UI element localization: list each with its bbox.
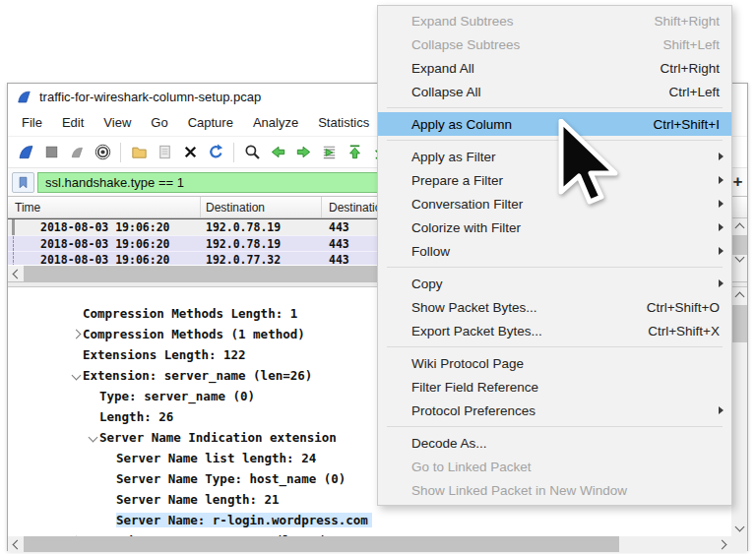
expand-arrow-icon[interactable] [69, 331, 83, 338]
menu-item-prepare-a-filter[interactable]: Prepare a Filter [378, 168, 731, 192]
scroll-right-icon[interactable] [716, 536, 731, 552]
menu-separator [387, 267, 723, 268]
menubar-item-analyze[interactable]: Analyze [243, 111, 308, 134]
start-capture-icon[interactable] [14, 141, 37, 164]
menu-item-go-to-linked-packet: Go to Linked Packet [378, 455, 731, 478]
scroll-down-icon[interactable] [731, 251, 747, 267]
tree-row-text: Server Name list length: 24 [116, 451, 320, 465]
detail-hscroll-thumb[interactable] [24, 536, 619, 552]
first-packet-icon[interactable] [343, 141, 366, 164]
menu-item-follow[interactable]: Follow [378, 239, 731, 263]
menubar-item-capture[interactable]: Capture [178, 111, 243, 134]
display-filter-value: ssl.handshake.type == 1 [45, 175, 184, 190]
capture-options-icon[interactable] [91, 141, 114, 164]
submenu-arrow-icon [719, 223, 724, 231]
tree-row-text: Server Name Type: host_name (0) [116, 471, 349, 486]
bookmark-icon [16, 175, 31, 190]
close-file-icon[interactable] [178, 141, 202, 164]
menu-item-label: Show Packet Bytes... [411, 300, 647, 315]
scroll-up-icon[interactable] [731, 218, 747, 234]
submenu-arrow-icon [719, 406, 724, 414]
detail-vscrollbar[interactable] [731, 287, 747, 536]
tree-row-text: Extensions Length: 122 [83, 347, 250, 362]
related-packet-gutter [8, 252, 20, 265]
menu-item-label: Wiki Protocol Page [411, 356, 724, 371]
mouse-cursor-icon [558, 119, 619, 208]
tree-row-text: Type: server_name (0) [99, 389, 259, 403]
menubar-item-go[interactable]: Go [141, 111, 177, 134]
menu-item-label: Filter Field Reference [411, 380, 724, 395]
context-menu: Expand SubtreesShift+RightCollapse Subtr… [377, 5, 732, 506]
reload-file-icon[interactable] [204, 141, 227, 164]
go-to-packet-icon[interactable] [317, 141, 341, 164]
menu-item-decode-as[interactable]: Decode As... [378, 431, 731, 455]
packet-time: 2018-08-03 19:06:20 [20, 253, 201, 266]
menubar-item-statistics[interactable]: Statistics [308, 111, 379, 134]
menu-item-label: Follow [411, 244, 711, 259]
tree-row[interactable]: Server Name: r-login.wordpress.com [8, 510, 747, 530]
stop-capture-icon [39, 141, 63, 164]
go-forward-icon[interactable] [291, 141, 315, 164]
menu-item-conversation-filter[interactable]: Conversation Filter [378, 192, 731, 215]
open-file-icon[interactable] [127, 141, 151, 164]
tree-row-text: Server Name Indication extension [99, 430, 341, 445]
column-header-destination[interactable]: Destination [201, 197, 322, 217]
menu-separator [387, 426, 723, 427]
menu-item-label: Collapse All [411, 85, 669, 99]
packet-destination: 192.0.78.19 [201, 220, 322, 234]
menu-item-expand-all[interactable]: Expand AllCtrl+Right [378, 56, 731, 80]
go-back-icon[interactable] [266, 141, 289, 164]
column-header-time[interactable]: Time [8, 197, 201, 217]
menubar-item-edit[interactable]: Edit [52, 111, 94, 134]
menu-item-label: Expand All [411, 61, 661, 76]
scroll-left-icon[interactable] [8, 266, 24, 281]
menu-item-colorize-with-filter[interactable]: Colorize with Filter [378, 215, 731, 239]
menu-item-label: Copy [411, 277, 711, 291]
menu-item-protocol-preferences[interactable]: Protocol Preferences [378, 399, 731, 422]
submenu-arrow-icon [719, 176, 724, 184]
submenu-arrow-icon [719, 247, 724, 255]
wireshark-logo-icon [16, 89, 32, 105]
tree-row-text: Server Name length: 21 [116, 492, 284, 507]
menu-item-apply-as-column[interactable]: Apply as ColumnCtrl+Shift+I [378, 112, 731, 136]
packet-destination: 192.0.77.32 [201, 253, 322, 266]
menu-item-apply-as-filter[interactable]: Apply as Filter [378, 145, 731, 168]
collapse-arrow-icon[interactable] [86, 434, 99, 441]
menu-item-export-packet-bytes[interactable]: Export Packet Bytes...Ctrl+Shift+X [378, 319, 731, 342]
menu-item-collapse-all[interactable]: Collapse AllCtrl+Left [378, 80, 731, 103]
screen: traffic-for-wireshark-column-setup.pcap … [0, 0, 756, 554]
scroll-up-icon[interactable] [731, 287, 747, 303]
tree-row-text: Server Name: r-login.wordpress.com [116, 513, 372, 527]
packet-time: 2018-08-03 19:06:20 [20, 237, 201, 251]
menu-item-show-packet-bytes[interactable]: Show Packet Bytes...Ctrl+Shift+O [378, 295, 731, 319]
menu-item-shortcut: Ctrl+Left [669, 85, 720, 99]
menu-item-shortcut: Shift+Left [663, 37, 720, 52]
menu-item-wiki-protocol-page[interactable]: Wiki Protocol Page [378, 351, 731, 375]
menu-item-copy[interactable]: Copy [378, 272, 731, 295]
toolbar-separator [233, 143, 234, 162]
menu-item-expand-subtrees: Expand SubtreesShift+Right [378, 9, 731, 32]
menubar-item-file[interactable]: File [12, 111, 52, 134]
packet-list-vscrollbar[interactable] [731, 218, 747, 267]
menu-item-label: Export Packet Bytes... [411, 324, 648, 339]
packet-destination: 192.0.78.19 [201, 237, 322, 251]
menu-item-show-linked-packet-in-new-window: Show Linked Packet in New Window [378, 478, 731, 502]
filter-bookmark-button[interactable] [12, 172, 34, 193]
menu-item-label: Collapse Subtrees [411, 37, 663, 52]
collapse-arrow-icon[interactable] [69, 372, 83, 379]
menu-item-shortcut: Ctrl+Shift+I [653, 117, 720, 132]
find-packet-icon[interactable] [240, 141, 264, 164]
tree-row-text: Compression Methods Length: 1 [83, 306, 301, 321]
scroll-left-icon[interactable] [8, 536, 24, 552]
related-packet-gutter [8, 219, 20, 235]
tree-row-text: Length: 26 [99, 409, 177, 424]
detail-hscrollbar[interactable] [8, 536, 747, 552]
detail-vscroll-thumb[interactable] [731, 305, 747, 342]
scroll-down-icon[interactable] [731, 521, 747, 536]
menu-item-label: Colorize with Filter [411, 220, 711, 235]
menu-item-filter-field-reference[interactable]: Filter Field Reference [378, 375, 731, 399]
menu-item-collapse-subtrees: Collapse SubtreesShift+Left [378, 32, 731, 56]
toolbar-separator [120, 143, 121, 162]
menubar-item-view[interactable]: View [94, 111, 141, 134]
related-packet-gutter [8, 236, 20, 251]
